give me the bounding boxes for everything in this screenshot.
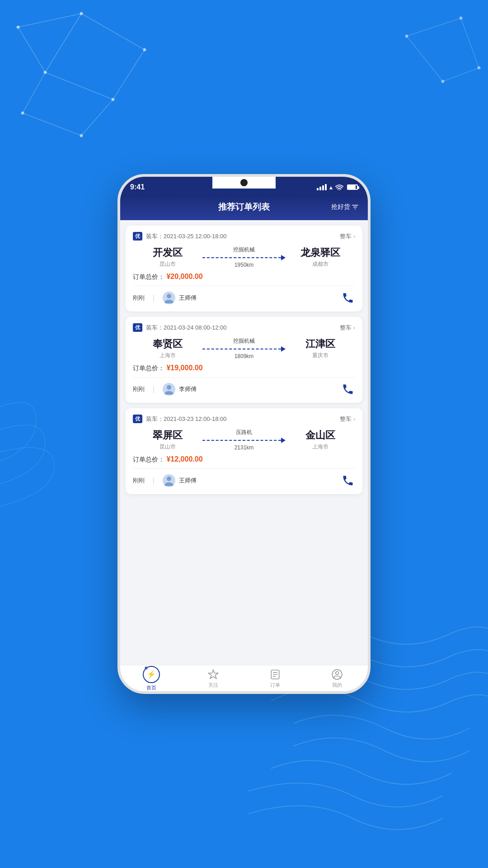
route-middle-2: 挖掘机械 1809km: [202, 337, 286, 359]
chevron-right-icon-3: ›: [353, 416, 355, 422]
driver-info-2: 刚刚 ｜ 李师傅: [133, 383, 197, 396]
wifi-icon: [335, 184, 343, 190]
nav-label-follow: 关注: [208, 682, 218, 689]
app-header: 推荐订单列表 抢好货: [120, 196, 368, 220]
destination-2: 江津区 重庆市: [286, 337, 355, 359]
svg-point-27: [167, 476, 171, 481]
route-middle-1: 挖掘机械 1950km: [202, 246, 286, 268]
route-section-2: 奉贤区 上海市 挖掘机械 1809km 江津区 重庆市: [133, 337, 355, 359]
nav-label-orders: 订单: [270, 682, 280, 689]
call-button-2[interactable]: [341, 382, 355, 396]
origin-2: 奉贤区 上海市: [133, 337, 202, 359]
destination-3: 金山区 上海市: [286, 429, 355, 451]
orders-icon: [269, 669, 281, 680]
nav-label-mine: 我的: [332, 682, 342, 689]
origin-3: 翠屏区 昆山市: [133, 429, 202, 451]
call-button-1[interactable]: [341, 291, 355, 305]
driver-avatar-3: [163, 474, 175, 487]
svg-point-13: [112, 98, 114, 101]
svg-line-5: [45, 72, 113, 99]
driver-info-3: 刚刚 ｜ 王师傅: [133, 474, 197, 487]
card-header-2: 优 装车：2021-03-24 08:00-12:00 整车 ›: [133, 323, 355, 332]
svg-line-4: [113, 50, 145, 99]
nav-item-home[interactable]: 抢 ⚡ 首页: [120, 666, 182, 691]
bottom-nav: 抢 ⚡ 首页 关注 订单: [120, 665, 368, 691]
svg-line-2: [18, 27, 45, 72]
svg-point-9: [17, 26, 19, 28]
price-section-2: 订单总价： ¥19,000.00: [133, 364, 355, 373]
priority-badge-3: 优: [133, 415, 142, 423]
mine-icon: [331, 669, 343, 680]
nav-label-home: 首页: [146, 684, 156, 691]
svg-point-15: [80, 134, 83, 137]
svg-line-6: [23, 72, 45, 113]
svg-point-21: [460, 17, 462, 19]
chevron-right-icon-2: ›: [353, 325, 355, 331]
card-header-1: 优 装车：2021-03-25 12:00-18:00 整车 ›: [133, 232, 355, 241]
price-value-3: ¥12,000.00: [166, 455, 202, 463]
cargo-type-2: 整车 ›: [340, 324, 355, 332]
status-time: 9:41: [130, 183, 145, 191]
notch: [212, 177, 276, 189]
load-time: 装车：2021-03-25 12:00-18:00: [146, 232, 227, 241]
driver-avatar-2: [163, 383, 175, 396]
filter-label: 抢好货: [331, 203, 350, 211]
svg-point-11: [143, 48, 146, 51]
nav-item-orders[interactable]: 订单: [244, 669, 306, 689]
destination-1: 龙泉驿区 成都市: [286, 246, 355, 268]
svg-point-23: [441, 80, 444, 83]
price-section-1: 订单总价： ¥20,000.00: [133, 273, 355, 281]
driver-section-1: 刚刚 ｜ 王师傅: [133, 286, 355, 305]
driver-info-1: 刚刚 ｜ 王师傅: [133, 292, 197, 304]
chevron-right-icon: ›: [353, 233, 355, 240]
svg-point-33: [335, 671, 338, 675]
svg-line-17: [461, 18, 479, 68]
price-value-1: ¥20,000.00: [166, 273, 202, 280]
cargo-type: 整车 ›: [340, 232, 355, 241]
page-title: 推荐订单列表: [156, 201, 331, 213]
route-arrow-2: [202, 346, 286, 352]
svg-point-20: [405, 35, 408, 38]
svg-point-12: [44, 71, 47, 74]
price-value-2: ¥19,000.00: [166, 364, 202, 372]
svg-point-25: [167, 294, 171, 298]
route-section-3: 翠屏区 昆山市 压路机 2131km 金山区 上海市: [133, 429, 355, 451]
phone-frame: 9:41 ▴️ 推荐订单列表 抢好货: [117, 174, 371, 694]
svg-line-8: [81, 99, 113, 136]
order-card-3[interactable]: 优 装车：2021-03-23 12:00-18:00 整车 › 翠屏区 昆山市…: [126, 408, 362, 494]
route-section-1: 开发区 昆山市 挖掘机械 1950km 龙泉驿区 成都市: [133, 246, 355, 268]
home-icon: 抢 ⚡: [143, 666, 160, 683]
svg-line-7: [23, 113, 81, 136]
svg-point-10: [80, 12, 83, 15]
filter-icon: [352, 203, 359, 211]
order-card-2[interactable]: 优 装车：2021-03-24 08:00-12:00 整车 › 奉贤区 上海市…: [126, 317, 362, 403]
svg-point-24: [339, 190, 340, 190]
status-icons: ▴️: [317, 184, 358, 191]
svg-line-1: [81, 14, 145, 50]
driver-section-3: 刚刚 ｜ 王师傅: [133, 468, 355, 488]
price-section-3: 订单总价： ¥12,000.00: [133, 455, 355, 464]
priority-badge-2: 优: [133, 323, 142, 332]
svg-line-19: [443, 68, 479, 81]
call-button-3[interactable]: [341, 473, 355, 488]
driver-avatar-1: [163, 292, 175, 304]
wifi-icon: ▴️: [329, 184, 333, 191]
order-card[interactable]: 优 装车：2021-03-25 12:00-18:00 整车 › 开发区 昆山市…: [126, 226, 362, 311]
svg-line-0: [18, 14, 81, 27]
nav-item-mine[interactable]: 我的: [306, 669, 368, 689]
svg-line-16: [407, 18, 461, 36]
card-header-3: 优 装车：2021-03-23 12:00-18:00 整车 ›: [133, 415, 355, 423]
svg-line-18: [407, 36, 443, 81]
svg-point-22: [478, 66, 480, 69]
battery-icon: [347, 184, 358, 190]
load-time-3: 装车：2021-03-23 12:00-18:00: [146, 415, 227, 423]
filter-action[interactable]: 抢好货: [331, 203, 359, 211]
priority-badge: 优: [133, 232, 142, 241]
svg-point-26: [167, 385, 171, 390]
route-arrow-1: [202, 255, 286, 260]
svg-line-3: [45, 14, 81, 72]
nav-item-follow[interactable]: 关注: [182, 669, 244, 689]
signal-icon: [317, 184, 327, 190]
order-list: 优 装车：2021-03-25 12:00-18:00 整车 › 开发区 昆山市…: [120, 220, 368, 665]
origin-1: 开发区 昆山市: [133, 246, 202, 268]
